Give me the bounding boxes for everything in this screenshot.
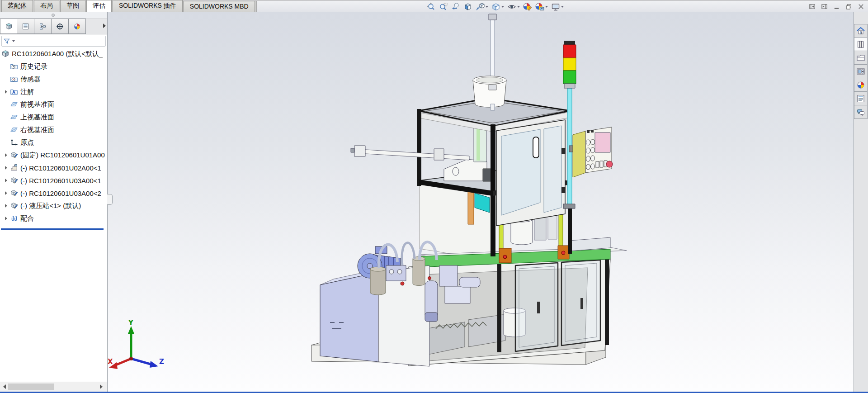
view-settings-button[interactable]	[550, 2, 565, 12]
design-library-button[interactable]	[854, 38, 868, 51]
titlebar: 装配体 布局 草图 评估 SOLIDWORKS 插件 SOLIDWORKS MB…	[0, 0, 868, 12]
tab-featuremanager-tree[interactable]	[0, 19, 17, 34]
rollback-bar[interactable]	[1, 228, 104, 230]
tree-item-front-plane[interactable]: 前视基准面	[0, 98, 107, 111]
mates-paperclip-icon	[10, 214, 18, 223]
custom-properties-button[interactable]	[854, 92, 868, 105]
collapse-pane-right-icon[interactable]	[821, 3, 828, 10]
orientation-triad: Y X Z	[108, 319, 164, 369]
expander-icon[interactable]	[3, 217, 9, 220]
tab-configurationmanager[interactable]	[34, 19, 52, 34]
tab-displaymanager[interactable]	[69, 19, 86, 34]
display-style-icon	[491, 2, 500, 11]
tab-sketch[interactable]: 草图	[60, 0, 85, 12]
splitter-grip-icon[interactable]	[52, 14, 55, 17]
close-icon[interactable]	[858, 3, 864, 10]
chevron-down-icon[interactable]	[501, 6, 504, 8]
tree-item-annotations[interactable]: 注解	[0, 85, 107, 98]
home-icon	[856, 26, 865, 35]
tree-item-component-u02[interactable]: (-) RC10120601U02A00<1	[0, 161, 107, 174]
zoom-to-fit-button[interactable]	[426, 2, 437, 12]
chevron-down-icon[interactable]	[486, 6, 488, 8]
view-palette-button[interactable]	[854, 65, 868, 78]
tree-item-component-u03-1[interactable]: (-) RC10120601U03A00<1	[0, 174, 107, 187]
design-library-icon	[856, 40, 865, 49]
reference-plane-icon	[10, 113, 18, 121]
chevron-down-icon[interactable]	[12, 40, 15, 42]
forum-chat-icon	[856, 108, 865, 117]
lower-cabinet	[409, 258, 610, 366]
tree-item-right-plane[interactable]: 右视基准面	[0, 123, 107, 136]
expander-icon[interactable]	[3, 166, 9, 170]
solidworks-forum-button[interactable]	[854, 105, 868, 119]
tab-evaluate[interactable]: 评估	[86, 0, 112, 12]
tab-layout[interactable]: 布局	[34, 0, 59, 12]
display-manager-icon	[73, 23, 81, 30]
appearances-scenes-button[interactable]	[854, 78, 868, 92]
tree-item-component-u03-2[interactable]: (-) RC10120601U03A00<2	[0, 187, 107, 199]
panel-overflow-chevron-icon[interactable]	[103, 24, 106, 28]
tab-dimxpertmanager[interactable]	[52, 19, 69, 34]
restore-icon[interactable]	[845, 3, 852, 10]
tab-propertymanager[interactable]	[17, 19, 34, 34]
chevron-down-icon[interactable]	[545, 6, 548, 8]
scrollbar-thumb[interactable]	[8, 384, 54, 390]
subassembly-icon	[10, 176, 18, 185]
collapse-pane-left-icon[interactable]	[809, 3, 816, 10]
tab-solidworks-mbd[interactable]: SOLIDWORKS MBD	[184, 1, 255, 12]
origin-icon	[10, 138, 18, 147]
panel-splitter[interactable]	[0, 12, 107, 19]
previous-view-button[interactable]	[450, 2, 461, 12]
hide-show-items-button[interactable]	[506, 2, 521, 12]
apply-scene-button[interactable]	[534, 2, 549, 12]
view-orientation-icon	[476, 2, 485, 11]
expander-icon[interactable]	[3, 191, 9, 195]
tree-filter[interactable]	[1, 36, 106, 47]
solidworks-window: 装配体 布局 草图 评估 SOLIDWORKS 插件 SOLIDWORKS MB…	[0, 0, 868, 393]
expander-icon[interactable]	[3, 90, 9, 94]
edit-appearance-button[interactable]	[522, 2, 533, 12]
scroll-left-arrow-icon[interactable]	[3, 384, 6, 389]
triad-x-label: X	[108, 358, 113, 366]
expander-icon[interactable]	[3, 153, 9, 157]
feature-tree: RC10120601A00 (默认<默认_ 历史记录 传感器 注解 前视基准面	[0, 47, 107, 230]
section-view-button[interactable]	[462, 2, 473, 12]
sensor-arm	[351, 146, 469, 160]
part-icon	[10, 164, 18, 172]
tree-item-hydraulic-station[interactable]: (-) 液压站<1> (默认)	[0, 199, 107, 212]
tab-solidworks-addins[interactable]: SOLIDWORKS 插件	[113, 0, 183, 12]
home-button[interactable]	[854, 24, 868, 38]
graphics-viewport[interactable]: Y X Z	[108, 12, 854, 392]
property-manager-icon	[22, 23, 29, 30]
panel-tab-bar	[0, 19, 107, 34]
tree-item-history[interactable]: 历史记录	[0, 60, 107, 73]
scroll-right-arrow-icon[interactable]	[100, 384, 103, 389]
chevron-down-icon[interactable]	[561, 6, 564, 8]
tree-item-top-plane[interactable]: 上视基准面	[0, 111, 107, 123]
annotations-folder-icon	[10, 88, 18, 96]
file-explorer-button[interactable]	[854, 51, 868, 65]
tab-assembly[interactable]: 装配体	[1, 0, 33, 12]
tree-item-origin[interactable]: 原点	[0, 136, 107, 149]
zoom-to-area-button[interactable]	[438, 2, 449, 12]
tree-horizontal-scrollbar[interactable]	[0, 382, 107, 392]
expander-icon[interactable]	[3, 204, 9, 208]
expander-icon[interactable]	[3, 179, 9, 182]
display-style-button[interactable]	[491, 2, 505, 12]
configuration-manager-icon	[39, 23, 47, 30]
view-orientation-button[interactable]	[475, 2, 489, 12]
window-controls	[809, 1, 864, 12]
zoom-to-area-icon	[439, 2, 448, 11]
chevron-down-icon[interactable]	[517, 6, 520, 8]
subassembly-icon	[10, 202, 18, 210]
file-explorer-folder-icon	[856, 53, 865, 62]
assembly-3d-view: Y X Z	[108, 12, 854, 392]
tree-item-sensors[interactable]: 传感器	[0, 73, 107, 85]
tree-item-mates[interactable]: 配合	[0, 212, 107, 225]
panel-flyout-handle[interactable]	[107, 194, 113, 205]
zoom-to-fit-icon	[427, 2, 436, 11]
tree-item-component-u01[interactable]: (固定) RC10120601U01A00	[0, 149, 107, 161]
minimize-icon[interactable]	[833, 3, 840, 10]
tree-root[interactable]: RC10120601A00 (默认<默认_	[0, 47, 107, 60]
feature-tree-icon	[5, 23, 13, 30]
